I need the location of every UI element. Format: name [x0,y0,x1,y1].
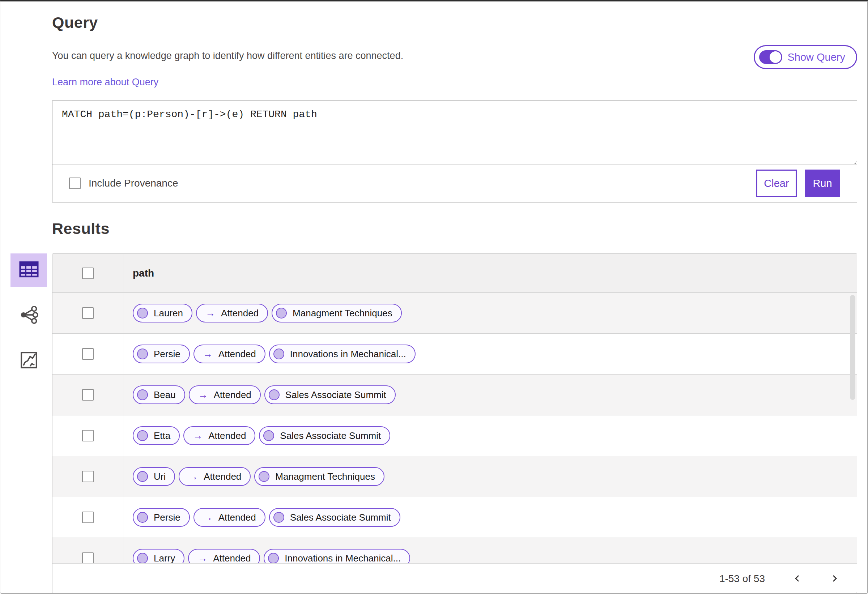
source-node-chip[interactable]: Etta [133,426,180,445]
edge-chip[interactable]: → Attended [188,549,260,563]
chart-view-button[interactable] [10,344,47,377]
edge-arrow-icon: → [193,430,202,441]
table-row: Etta → Attended Sales Associate Summit [52,416,857,456]
next-page-button[interactable] [828,572,841,586]
node-circle-icon [137,308,148,318]
edge-arrow-icon: → [198,389,208,401]
source-node-chip[interactable]: Persie [133,345,190,363]
edge-arrow-icon: → [203,348,213,360]
results-table: path Lauren → Attended Managment Techniq… [52,254,857,594]
include-provenance-label: Include Provenance [89,177,178,189]
toggle-knob [770,52,781,63]
clear-button[interactable]: Clear [756,170,797,197]
target-node-chip[interactable]: Sales Associate Summit [269,508,400,527]
table-grid-icon [18,260,40,280]
toggle-on-icon [759,50,782,64]
query-description-row: You can query a knowledge graph to ident… [52,50,857,88]
node-circle-icon [137,430,148,441]
target-node-chip[interactable]: Managment Techniques [254,467,384,486]
results-view-rail [0,254,52,377]
learn-more-link[interactable]: Learn more about Query [52,77,158,88]
run-button[interactable]: Run [805,170,840,197]
source-node-chip[interactable]: Larry [133,549,185,563]
vertical-scrollbar-thumb[interactable] [850,295,855,400]
node-circle-icon [269,389,280,400]
column-header-path: path [133,268,154,279]
source-node-chip[interactable]: Beau [133,385,185,404]
source-node-chip[interactable]: Lauren [133,304,192,323]
query-panel: MATCH path=(p:Person)-[r]->(e) RETURN pa… [52,100,857,202]
show-query-label: Show Query [787,52,845,63]
query-panel-footer: Include Provenance Clear Run [52,165,857,202]
row-checkbox[interactable] [82,307,94,319]
edge-arrow-icon: → [198,553,207,564]
pagination-bar: 1-53 of 53 [52,563,857,594]
edge-arrow-icon: → [203,512,213,523]
pagination-range-label: 1-53 of 53 [719,573,765,585]
chevron-right-icon [830,574,839,584]
node-circle-icon [263,430,274,441]
row-checkbox[interactable] [82,471,94,482]
table-row: Lauren → Attended Managment Techniques [52,293,857,334]
node-circle-icon [268,553,279,563]
node-circle-icon [273,512,284,523]
edge-chip[interactable]: → Attended [193,345,266,363]
table-view-button[interactable] [10,254,47,287]
table-row: Persie → Attended Innovations in Mechani… [52,334,857,374]
edge-chip[interactable]: → Attended [183,426,255,445]
page-title: Query [52,14,857,31]
edge-chip[interactable]: → Attended [179,467,251,486]
table-body: Lauren → Attended Managment Techniques P… [52,293,857,563]
graph-view-button[interactable] [10,299,47,332]
edge-arrow-icon: → [205,308,215,319]
table-row: Beau → Attended Sales Associate Summit [52,374,857,416]
network-nodes-icon [19,305,39,326]
table-row: Persie → Attended Sales Associate Summit [52,497,857,538]
node-circle-icon [137,471,148,482]
target-node-chip[interactable]: Managment Techniques [272,304,402,323]
chevron-left-icon [793,574,802,584]
node-circle-icon [137,553,148,563]
select-all-checkbox[interactable] [82,268,94,279]
source-node-chip[interactable]: Uri [133,467,175,486]
target-node-chip[interactable]: Sales Associate Summit [264,385,396,404]
table-row: Uri → Attended Managment Techniques [52,456,857,497]
target-node-chip[interactable]: Sales Associate Summit [259,426,390,445]
table-row: Larry → Attended Innovations in Mechanic… [52,538,857,563]
edge-chip[interactable]: → Attended [193,508,266,527]
previous-page-button[interactable] [791,572,804,586]
node-circle-icon [137,389,148,400]
results-title: Results [52,220,867,237]
target-node-chip[interactable]: Innovations in Mechanical... [269,345,416,363]
app-window: Query You can query a knowledge graph to… [0,0,868,594]
row-checkbox[interactable] [82,430,94,441]
node-circle-icon [273,348,284,360]
table-header-row: path [52,254,857,293]
node-circle-icon [137,348,148,360]
edge-arrow-icon: → [188,471,198,482]
query-editor-input[interactable]: MATCH path=(p:Person)-[r]->(e) RETURN pa… [52,101,857,165]
row-checkbox[interactable] [82,553,94,563]
include-provenance-checkbox[interactable] [69,177,81,189]
query-description: You can query a knowledge graph to ident… [52,50,403,62]
row-checkbox[interactable] [82,348,94,360]
results-row: path Lauren → Attended Managment Techniq… [0,254,857,594]
node-circle-icon [137,512,148,523]
query-section: Query You can query a knowledge graph to… [52,14,857,202]
row-checkbox[interactable] [82,511,94,523]
line-chart-box-icon [20,351,38,370]
show-query-toggle-button[interactable]: Show Query [754,45,857,69]
source-node-chip[interactable]: Persie [133,508,190,527]
node-circle-icon [258,471,269,482]
edge-chip[interactable]: → Attended [196,304,268,323]
row-checkbox[interactable] [82,389,94,401]
target-node-chip[interactable]: Innovations in Mechanical... [264,549,410,563]
edge-chip[interactable]: → Attended [189,385,261,404]
node-circle-icon [276,308,287,318]
